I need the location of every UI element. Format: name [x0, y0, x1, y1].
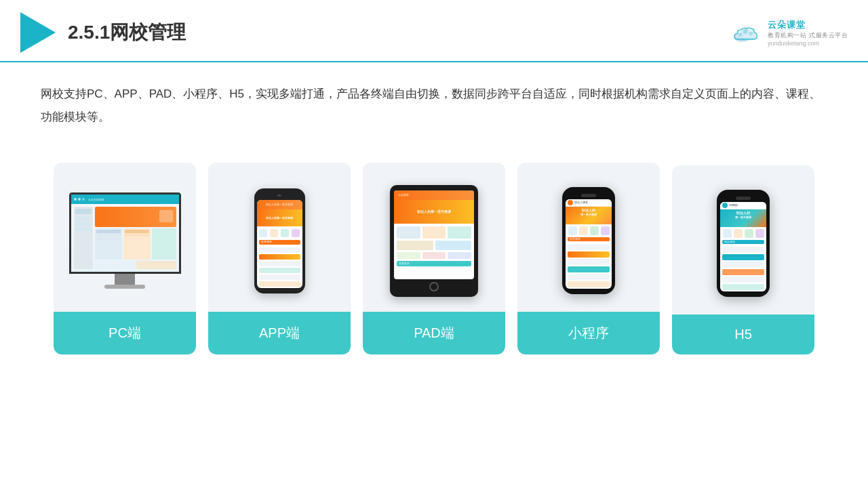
description-text: 网校支持PC、APP、PAD、小程序、H5，实现多端打通，产品各终端自由切换，数… [0, 62, 868, 136]
brand-name-text: 云朵课堂 教育机构一站 式服务云平台 yunduoketang.com [768, 19, 848, 47]
title-text: 网校管理 [110, 22, 186, 43]
header-left: 2.5.1网校管理 [20, 12, 186, 53]
card-label-h5: H5 [672, 314, 814, 354]
card-h5: H5网校 职达人的 第一堂升推课 精品课程 [672, 165, 814, 354]
mini-phone-h5: H5网校 职达人的 第一堂升推课 精品课程 [717, 190, 770, 297]
card-label-pc: PC端 [54, 312, 196, 354]
desktop-mockup: 云朵在线课堂 [69, 192, 181, 289]
mini-phone-miniprogram: 职达人课堂 职达人的 第一堂升推课 推荐课程 [562, 187, 615, 294]
page-title: 2.5.1网校管理 [68, 20, 186, 45]
card-app: 职达人的第一堂升推课 职达人的 第一堂升推课 推荐课程 [208, 163, 351, 354]
page-header: 2.5.1网校管理 [0, 0, 868, 62]
card-label-app: APP端 [208, 312, 351, 354]
card-miniprogram: 职达人课堂 职达人的 第一堂升推课 推荐课程 [517, 163, 660, 354]
card-image-pc: 云朵在线课堂 [54, 163, 196, 312]
card-image-app: 职达人的第一堂升推课 职达人的 第一堂升推课 推荐课程 [208, 163, 351, 312]
card-pc: 云朵在线课堂 [54, 163, 196, 354]
card-image-miniprogram: 职达人课堂 职达人的 第一堂升推课 推荐课程 [517, 163, 660, 312]
tablet-mockup: 云朵课堂 职达人的第一堂升推课 [390, 185, 478, 297]
brand-logo-area: 云朵课堂 教育机构一站 式服务云平台 yunduoketang.com [730, 19, 848, 47]
logo-triangle-icon [20, 12, 56, 53]
card-label-miniprogram: 小程序 [517, 312, 660, 354]
card-image-h5: H5网校 职达人的 第一堂升推课 精品课程 [672, 165, 814, 314]
title-prefix: 2.5.1 [68, 22, 110, 43]
brand-icon-row: 云朵课堂 教育机构一站 式服务云平台 yunduoketang.com [730, 19, 848, 47]
card-label-pad: PAD端 [363, 312, 505, 354]
platform-cards: 云朵在线课堂 [0, 142, 868, 382]
phone-mockup-app: 职达人的第一堂升推课 职达人的 第一堂升推课 推荐课程 [254, 188, 305, 293]
card-pad: 云朵课堂 职达人的第一堂升推课 [363, 163, 505, 354]
card-image-pad: 云朵课堂 职达人的第一堂升推课 [363, 163, 505, 312]
brand-logo: 云朵课堂 教育机构一站 式服务云平台 yunduoketang.com [730, 19, 848, 47]
cloud-icon [730, 22, 764, 43]
monitor-screen: 云朵在线课堂 [69, 192, 181, 274]
